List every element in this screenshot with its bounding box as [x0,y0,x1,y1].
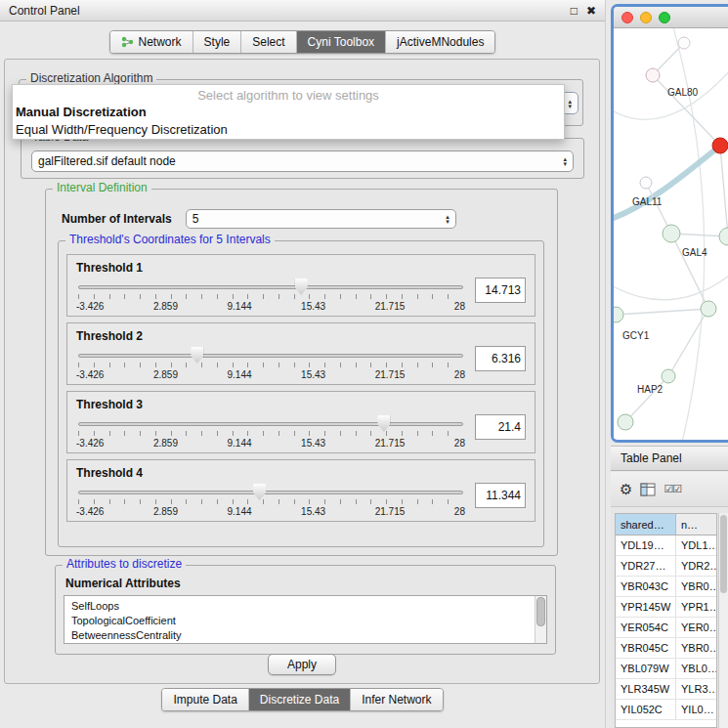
columns-icon[interactable] [640,483,656,496]
highlighted-edge[interactable] [614,146,720,220]
slider-track[interactable] [78,354,463,358]
network-edge [616,309,708,315]
table-scrollbar-thumb[interactable] [720,515,727,593]
dropdown-item-manual-discretization[interactable]: Manual Discretization [13,104,564,121]
threshold-slider[interactable]: -3.4262.8599.14415.4321.71528 [76,278,465,317]
tab-style[interactable]: Style [193,31,242,53]
table-cell[interactable]: YBR043C [616,577,676,596]
threshold-slider[interactable]: -3.4262.8599.14415.4321.71528 [76,414,465,453]
network-canvas[interactable]: GAL80GAL11GAL4GCY1HAP2 [614,28,728,439]
table-cell[interactable]: YPR1… [676,597,716,617]
table-row[interactable]: YLR345WYLR3… [616,679,716,700]
column-header-shared-name[interactable]: shared… [616,514,676,535]
attribute-item[interactable]: TopologicalCoefficient [71,614,529,628]
threshold-slider[interactable]: -3.4262.8599.14415.4321.71528 [76,346,465,385]
table-cell[interactable]: YBR0… [676,638,716,658]
stepper-icon: ▴▾ [440,214,450,224]
table-cell[interactable]: YBR045C [616,638,676,658]
threshold-value-field[interactable]: 14.713 [475,278,526,303]
tab-discretize-data[interactable]: Discretize Data [249,689,351,710]
network-node[interactable] [712,138,728,153]
table-row[interactable]: YIL052CYIL0… [616,700,716,720]
table-cell[interactable]: YDR27… [616,556,676,576]
slider-ticks [78,499,463,504]
tab-label: Cyni Toolbox [308,35,374,49]
table-cell[interactable]: YIL0… [676,700,716,719]
gear-icon[interactable]: ⚙ [620,481,632,498]
table-row[interactable]: YDR27…YDR2… [616,556,716,577]
attribute-item[interactable]: SelfLoops [71,599,529,614]
network-node-gal4[interactable] [663,225,680,242]
list-scrollbar-thumb[interactable] [536,597,545,626]
tab-jactivemnodules[interactable]: jActiveMNodules [386,31,494,53]
number-of-intervals-combobox[interactable]: 5 ▴▾ [186,209,456,229]
dropdown-item-equal-width[interactable]: Equal Width/Frequency Discretization [13,121,564,139]
network-node-gcy1[interactable] [614,307,623,322]
threshold-slider[interactable]: -3.4262.8599.14415.4321.71528 [76,483,465,522]
tab-infer-network[interactable]: Infer Network [351,689,442,710]
slider-ticks [78,363,463,367]
apply-button[interactable]: Apply [268,654,336,675]
table-cell[interactable]: YDL1… [676,535,716,555]
scale-label: 2.859 [153,438,178,449]
float-window-icon[interactable]: □ [571,4,578,18]
table-cell[interactable]: YLR3… [676,679,716,699]
zoom-traffic-light-icon[interactable] [659,12,670,23]
slider-thumb[interactable] [253,484,266,500]
slider-thumb[interactable] [191,347,203,364]
scale-label: 28 [454,438,465,449]
tab-select[interactable]: Select [241,31,296,53]
table-data-combobox[interactable]: galFiltered.sif default node ▴▾ [31,150,574,172]
tab-cyni-toolbox[interactable]: Cyni Toolbox [297,31,386,53]
table-row[interactable]: YPR145WYPR1… [616,597,716,618]
table-cell[interactable]: YLR345W [616,679,676,699]
network-node-gal11[interactable] [640,177,652,189]
table-scrollbar[interactable] [718,513,728,728]
threshold-value-field[interactable]: 6.316 [475,346,526,371]
table-row[interactable]: YBR045CYBR0… [616,638,716,659]
slider-thumb[interactable] [377,415,390,432]
column-header-name[interactable]: n… [676,514,716,535]
slider-track[interactable] [78,285,463,289]
table-cell[interactable]: YBL079W [616,659,676,678]
table-cell[interactable]: YDL19… [616,535,676,555]
table-cell[interactable]: YPR145W [616,597,676,617]
table-cell[interactable]: YBR0… [676,577,716,596]
slider-track[interactable] [78,422,463,426]
table-cell[interactable]: YDR2… [676,556,716,576]
table-row[interactable]: YBL079WYBL0… [616,659,716,679]
table-row[interactable]: YER054CYER0… [616,618,716,638]
list-scrollbar[interactable] [535,596,546,643]
tab-network[interactable]: Network [110,31,193,53]
table-cell[interactable]: YER054C [616,618,676,637]
network-node[interactable] [618,414,633,430]
network-node[interactable] [678,37,690,49]
table-row[interactable]: YDL19…YDL1… [616,535,716,556]
table-cell[interactable]: YIL052C [616,700,676,719]
threshold-value-field[interactable]: 11.344 [475,483,526,508]
network-node-gal80[interactable] [646,68,660,82]
bottom-tab-bar: Impute Data Discretize Data Infer Networ… [0,688,605,711]
table-cell[interactable]: YBL0… [676,659,716,678]
tab-impute-data[interactable]: Impute Data [162,689,248,710]
minimize-traffic-light-icon[interactable] [640,12,652,23]
network-view-window[interactable]: GAL80GAL11GAL4GCY1HAP2 [611,4,728,443]
close-traffic-light-icon[interactable] [621,12,633,23]
network-node[interactable] [719,228,728,245]
slider-track[interactable] [78,491,463,494]
numerical-attributes-listbox[interactable]: SelfLoopsTopologicalCoefficientBetweenne… [64,595,547,644]
slider-thumb[interactable] [295,278,308,295]
table-cell[interactable]: YER0… [676,618,716,637]
row-select-icon[interactable]: ☑☑ [664,483,681,495]
threshold-value-field[interactable]: 21.4 [475,414,526,440]
cyni-toolbox-panel: Discretization Algorithm ▴▾ Table Data g… [4,59,600,684]
attribute-item[interactable]: BetweennessCentrality [71,628,529,643]
threshold-panel: Threshold 2 -3.4262.8599.14415.4321.7152… [66,322,535,385]
table-row[interactable]: YBR043CYBR0… [616,577,716,597]
close-icon[interactable]: ✖ [586,4,596,18]
network-node[interactable] [701,301,716,317]
attributes-to-discretize-group: Attributes to discretize Numerical Attri… [55,565,556,655]
scale-label: -3.426 [76,506,104,517]
threshold-label: Threshold 4 [76,466,526,480]
network-node-hap2[interactable] [662,369,675,383]
